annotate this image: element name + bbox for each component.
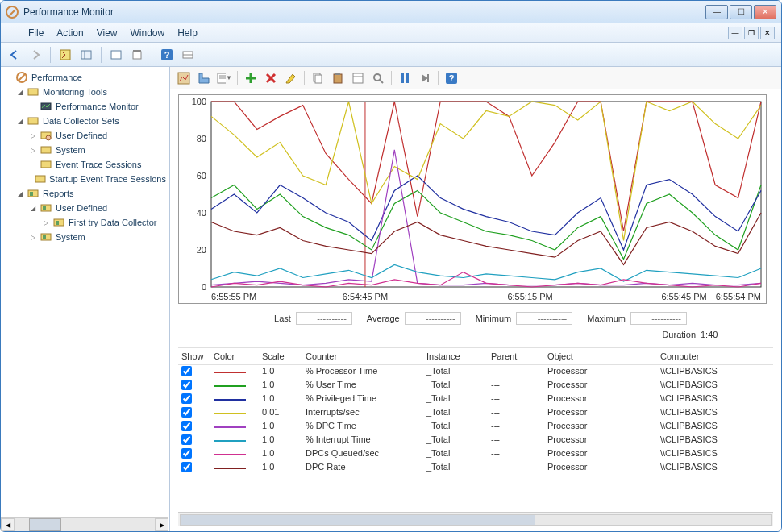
svg-text:6:54:45 PM: 6:54:45 PM xyxy=(343,292,388,301)
mdi-minimize-button[interactable]: — xyxy=(728,27,742,39)
show-checkbox[interactable] xyxy=(181,380,192,390)
tree-system[interactable]: ▷System xyxy=(1,143,169,157)
mdi-close-button[interactable]: ✕ xyxy=(760,27,775,39)
tree-data-collector-sets[interactable]: ◢Data Collector Sets xyxy=(1,114,169,128)
minimize-button[interactable]: — xyxy=(705,5,728,19)
counter-cell: Interrupts/sec xyxy=(302,406,423,420)
tree-performance-monitor[interactable]: Performance Monitor xyxy=(1,99,169,114)
minimum-value: ---------- xyxy=(516,312,572,325)
tree-first-try[interactable]: ▷First try Data Collector xyxy=(1,215,169,230)
tree-reports-system[interactable]: ▷System xyxy=(1,230,169,244)
close-button[interactable]: ✕ xyxy=(754,5,776,19)
copy-button[interactable] xyxy=(309,69,327,87)
show-checkbox[interactable] xyxy=(181,393,192,404)
highlight-button[interactable] xyxy=(282,69,300,87)
new-window-button[interactable] xyxy=(107,46,125,64)
show-checkbox[interactable] xyxy=(181,407,192,418)
tree-reports[interactable]: ◢Reports xyxy=(1,186,169,201)
svg-rect-39 xyxy=(335,73,340,75)
last-value: ---------- xyxy=(296,312,352,325)
menu-action[interactable]: Action xyxy=(50,25,89,41)
table-row[interactable]: 1.0% Privileged Time_Total---Processor\\… xyxy=(178,393,773,406)
tree-startup-event-trace[interactable]: Startup Event Trace Sessions xyxy=(1,172,169,186)
table-row[interactable]: 1.0% Processor Time_Total---Processor\\C… xyxy=(178,365,773,379)
col-instance[interactable]: Instance xyxy=(423,351,488,362)
view-graph-button[interactable] xyxy=(175,69,193,87)
show-checkbox[interactable] xyxy=(181,421,192,431)
object-cell: Processor xyxy=(544,434,657,447)
col-parent[interactable]: Parent xyxy=(488,351,544,362)
table-row[interactable]: 1.0DPC Rate_Total---Processor\\CLIPBASIC… xyxy=(178,461,773,475)
color-swatch xyxy=(214,426,246,428)
zoom-button[interactable] xyxy=(369,69,387,87)
table-row[interactable]: 1.0DPCs Queued/sec_Total---Processor\\CL… xyxy=(178,447,773,461)
help-chart-button[interactable]: ? xyxy=(443,69,460,87)
help-button[interactable]: ? xyxy=(158,46,176,64)
forward-button[interactable] xyxy=(27,46,44,64)
tree-event-trace-sessions[interactable]: Event Trace Sessions xyxy=(1,157,169,172)
console-tree-button[interactable] xyxy=(77,46,95,64)
properties-button[interactable] xyxy=(349,69,367,87)
main-toolbar: ? xyxy=(1,43,781,67)
app-icon-small xyxy=(4,27,17,39)
col-computer[interactable]: Computer xyxy=(657,351,746,362)
color-swatch xyxy=(214,468,246,469)
add-counter-button[interactable] xyxy=(242,69,260,87)
update-button[interactable] xyxy=(416,69,434,87)
show-checkbox[interactable] xyxy=(181,462,192,472)
mdi-restore-button[interactable]: ❐ xyxy=(744,27,759,39)
col-counter[interactable]: Counter xyxy=(302,351,423,362)
computer-cell: \\CLIPBASICS xyxy=(657,447,746,461)
view-report-button[interactable]: ▼ xyxy=(215,69,233,87)
last-label: Last xyxy=(274,314,291,323)
instance-cell: _Total xyxy=(423,379,488,393)
table-row[interactable]: 1.0% User Time_Total---Processor\\CLIPBA… xyxy=(178,379,773,393)
col-scale[interactable]: Scale xyxy=(259,351,302,362)
svg-rect-38 xyxy=(334,74,342,83)
tree-root-performance[interactable]: Performance xyxy=(1,70,169,85)
performance-chart[interactable]: 0204060801006:55:55 PM6:54:45 PM6:55:15 … xyxy=(178,94,767,304)
duration-row: Duration 1:40 xyxy=(170,328,781,344)
app-icon xyxy=(6,6,19,19)
delete-counter-button[interactable] xyxy=(262,69,280,87)
col-color[interactable]: Color xyxy=(210,351,259,362)
freeze-button[interactable] xyxy=(396,69,414,87)
show-checkbox[interactable] xyxy=(181,366,192,376)
menu-window[interactable]: Window xyxy=(124,25,172,41)
show-checkbox[interactable] xyxy=(181,448,192,459)
parent-cell: --- xyxy=(488,406,544,420)
back-button[interactable] xyxy=(6,46,23,64)
tree-monitoring-tools[interactable]: ◢Monitoring Tools xyxy=(1,85,169,99)
col-object[interactable]: Object xyxy=(544,351,657,362)
view-histogram-button[interactable] xyxy=(195,69,213,87)
show-hide-tree-button[interactable] xyxy=(56,46,74,64)
maximum-value: ---------- xyxy=(630,312,687,325)
maximize-button[interactable]: ☐ xyxy=(730,5,752,19)
svg-rect-4 xyxy=(133,52,141,59)
svg-rect-27 xyxy=(43,235,46,239)
table-row[interactable]: 1.0% Interrupt Time_Total---Processor\\C… xyxy=(178,434,773,447)
table-row[interactable]: 1.0% DPC Time_Total---Processor\\CLIPBAS… xyxy=(178,420,773,434)
tree-user-defined[interactable]: ▷User Defined xyxy=(1,128,169,143)
computer-cell: \\CLIPBASICS xyxy=(657,379,746,393)
menu-file[interactable]: File xyxy=(22,25,50,41)
show-checkbox[interactable] xyxy=(181,434,192,445)
paste-button[interactable] xyxy=(329,69,347,87)
stats-row: Last ---------- Average ---------- Minim… xyxy=(170,309,781,328)
table-row[interactable]: 0.01Interrupts/sec_Total---Processor\\CL… xyxy=(178,406,773,420)
svg-point-42 xyxy=(374,74,381,81)
svg-point-16 xyxy=(46,135,51,140)
svg-text:20: 20 xyxy=(197,245,206,255)
col-show[interactable]: Show xyxy=(178,351,210,362)
parent-cell: --- xyxy=(488,420,544,434)
menu-view[interactable]: View xyxy=(90,25,124,41)
object-cell: Processor xyxy=(544,420,657,434)
tree-reports-user-defined[interactable]: ◢User Defined xyxy=(1,201,169,215)
table-horizontal-scrollbar[interactable] xyxy=(178,512,773,526)
export-button[interactable] xyxy=(128,46,146,64)
properties-button[interactable] xyxy=(179,46,197,64)
main-panel: ▼ ? 0204060801006:55:55 PM6:54:45 PM6:55… xyxy=(170,67,781,531)
menu-help[interactable]: Help xyxy=(171,25,204,41)
sidebar-horizontal-scrollbar[interactable]: ◀▶ xyxy=(1,517,168,531)
color-swatch xyxy=(214,413,246,414)
